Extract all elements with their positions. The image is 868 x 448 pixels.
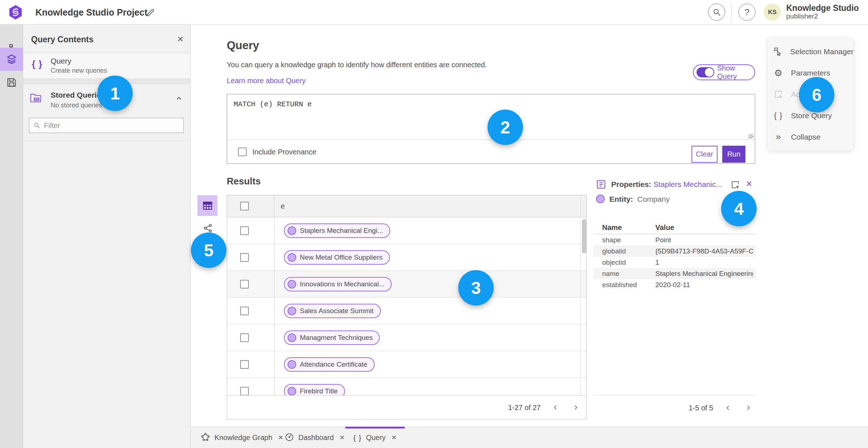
learn-more-link[interactable]: Learn more about Query <box>227 77 306 85</box>
results-footer: 1-27 of 27 <box>227 395 586 419</box>
avatar[interactable]: KS <box>764 4 781 21</box>
user-role: publisher2 <box>786 13 859 20</box>
search-button[interactable] <box>708 4 725 21</box>
collapse-icon: » <box>773 131 784 142</box>
query-icon: { } <box>353 434 362 442</box>
tab-close-icon[interactable]: ✕ <box>391 434 396 441</box>
tab-dashboard[interactable]: Dashboard✕ <box>277 427 353 448</box>
entity-value: Company <box>637 195 670 204</box>
prop-col-name: Name <box>593 223 655 234</box>
entity-pill-label: Sales Associate Summit <box>300 307 374 315</box>
properties-pagination: 1-5 of 5 <box>593 395 756 420</box>
table-row: New Metal Office Suppliers <box>227 244 586 271</box>
property-name: shape <box>593 236 655 244</box>
stored-queries-title: Stored Queries <box>51 91 105 99</box>
annotation-badge-6: 6 <box>799 77 834 112</box>
row-checkbox[interactable] <box>240 387 249 395</box>
property-name: established <box>593 281 655 289</box>
properties-close-icon[interactable]: ✕ <box>746 179 752 189</box>
clear-button[interactable]: Clear <box>692 146 718 163</box>
row-checkbox[interactable] <box>240 280 249 289</box>
add-to-frame-button[interactable] <box>730 179 741 190</box>
table-row: Managment Techniques <box>227 324 586 351</box>
row-checkbox[interactable] <box>240 360 249 369</box>
rail-save-button[interactable] <box>0 71 23 94</box>
entity-dot-icon <box>288 307 296 315</box>
selection-manager-icon <box>773 47 783 57</box>
search-icon <box>34 122 41 129</box>
filter-input[interactable] <box>44 121 179 130</box>
entity-pill[interactable]: Attendance Certificate <box>284 357 375 372</box>
column-divider <box>274 195 275 395</box>
entity-pill[interactable]: Sales Associate Summit <box>284 304 381 318</box>
results-next-page-button[interactable] <box>570 402 581 413</box>
entity-pill-label: Attendance Certificate <box>300 360 367 368</box>
entity-pill[interactable]: Firebird Title <box>284 384 345 395</box>
menu-item-collapse[interactable]: »Collapse <box>768 126 853 148</box>
property-value: Staplers Mechanical Engineering <box>655 270 753 278</box>
panel-header: Query Contents ✕ <box>23 25 190 53</box>
row-checkbox[interactable] <box>240 226 249 235</box>
project-title: Knowledge Studio Project <box>35 7 148 18</box>
edit-title-button[interactable] <box>144 7 156 19</box>
help-button[interactable]: ? <box>739 4 756 21</box>
property-value: {5D9B4713-F98D-4A53-A59F-C11... <box>655 247 753 255</box>
top-bar: Knowledge Studio Project ? KS Knowledge … <box>0 0 868 25</box>
properties-prev-page-button[interactable] <box>723 402 733 413</box>
show-query-toggle[interactable]: Show Query <box>693 64 755 80</box>
query-textarea[interactable]: MATCH (e) RETURN e <box>234 100 312 108</box>
user-name: Knowledge Studio <box>786 4 859 13</box>
property-row: globalid{5D9B4713-F98D-4A53-A59F-C11... <box>593 246 756 257</box>
rail-layers-button[interactable] <box>0 48 23 71</box>
entity-dot-icon <box>288 360 296 369</box>
include-provenance-checkbox[interactable] <box>238 148 247 156</box>
app-logo-icon <box>9 5 22 21</box>
chevron-right-icon <box>573 404 579 411</box>
panel-close-icon[interactable]: ✕ <box>177 35 184 44</box>
resize-handle[interactable] <box>748 134 753 138</box>
user-block[interactable]: Knowledge Studio publisher2 <box>786 4 859 20</box>
entity-pill[interactable]: Managment Techniques <box>284 330 380 345</box>
row-checkbox[interactable] <box>240 307 249 315</box>
run-button[interactable]: Run <box>722 146 745 163</box>
select-all-checkbox[interactable] <box>240 202 249 210</box>
panel-title: Query Contents <box>31 35 94 44</box>
query-item-title: Query <box>51 57 71 65</box>
tab-close-icon[interactable]: ✕ <box>340 434 345 441</box>
entity-pill-label: Managment Techniques <box>300 334 373 342</box>
property-name: name <box>593 270 655 278</box>
bottom-tab-bar: Knowledge Graph✕Dashboard✕{ }Query✕ <box>191 427 868 448</box>
results-prev-page-button[interactable] <box>550 402 561 413</box>
save-icon <box>7 77 17 88</box>
search-icon <box>712 8 721 17</box>
prop-col-value: Value <box>655 223 674 234</box>
menu-item-selection-manager[interactable]: Selection Manager <box>768 41 853 62</box>
entity-pill[interactable]: Staplers Mechanical Engi... <box>284 223 390 238</box>
table-row: Firebird Title <box>227 378 586 395</box>
entity-dot-icon <box>288 253 296 262</box>
chevron-up-icon[interactable] <box>175 94 183 104</box>
add-frame-icon <box>731 180 740 189</box>
tab-label: Dashboard <box>298 434 334 442</box>
menu-item-label: Parameters <box>791 69 830 77</box>
sidebar-item-query[interactable]: { } Query Create new queries <box>23 53 190 79</box>
include-provenance-label: Include Provenance <box>252 148 316 156</box>
link-chart-icon <box>203 223 213 233</box>
left-rail: » <box>0 25 23 448</box>
entity-pill[interactable]: Innovations in Mechanical... <box>284 277 392 291</box>
link-chart-view-button[interactable] <box>203 223 213 234</box>
menu-item-label: Store Query <box>791 111 832 120</box>
entity-pill[interactable]: New Metal Office Suppliers <box>284 250 390 265</box>
results-table: e Staplers Mechanical Engi...New Metal O… <box>227 195 587 419</box>
property-value: 1 <box>655 259 659 266</box>
property-value: Point <box>655 236 671 244</box>
properties-table: Name Value shapePointglobalid{5D9B4713-F… <box>593 223 756 290</box>
table-view-button[interactable] <box>197 195 217 216</box>
properties-entity-link[interactable]: Staplers Mechanic... <box>654 180 722 188</box>
tab-query[interactable]: { }Query✕ <box>345 427 405 448</box>
row-checkbox[interactable] <box>240 253 249 262</box>
entity-dot-icon <box>596 195 605 203</box>
properties-next-page-button[interactable] <box>743 402 754 413</box>
row-checkbox[interactable] <box>240 333 249 342</box>
scrollbar-thumb[interactable] <box>582 219 586 253</box>
